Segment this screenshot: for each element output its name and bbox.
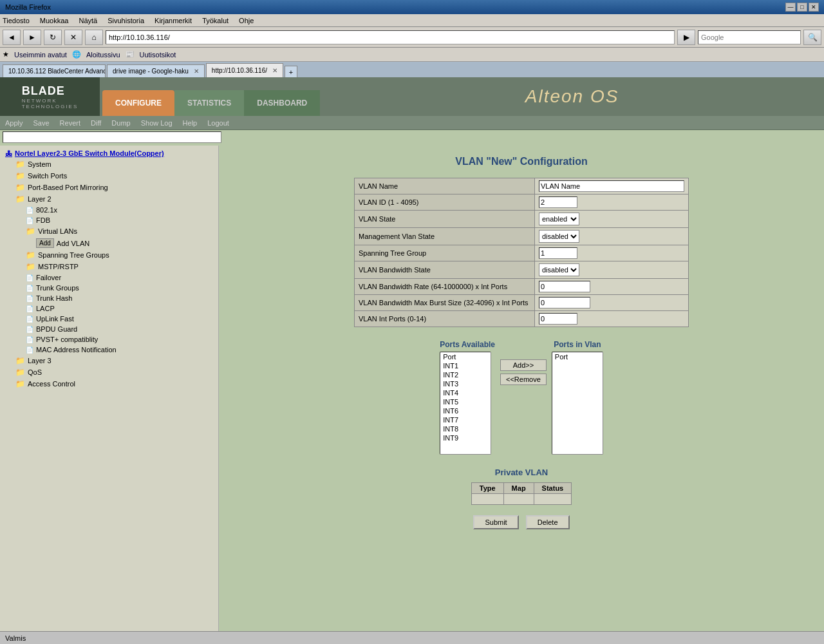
list-item[interactable]: INT4 <box>440 388 491 397</box>
page-title: VLAN "New" Configuration <box>229 156 814 167</box>
sidebar-item-qos[interactable]: QoS <box>0 366 218 378</box>
vlanstate-select[interactable]: enabled disabled <box>539 213 579 225</box>
list-item[interactable]: INT6 <box>440 406 491 415</box>
sidebar-item-lacp[interactable]: LACP <box>0 303 218 314</box>
sidebar-item-bpdu[interactable]: BPDU Guard <box>0 324 218 334</box>
field-label-bandwidth-state: VLAN Bandwidth State <box>355 261 535 279</box>
sidebar-root[interactable]: 🖧 Nortel Layer2-3 GbE Switch Module(Copp… <box>0 148 218 158</box>
sidebar-item-trunk-hash[interactable]: Trunk Hash <box>0 293 218 303</box>
go-button[interactable]: ▶ <box>677 30 695 45</box>
forward-button[interactable]: ► <box>23 30 41 45</box>
menu-muokkaa[interactable]: Muokkaa <box>40 17 69 24</box>
sidebar-item-trunk-groups[interactable]: Trunk Groups <box>0 283 218 293</box>
tab-3-close[interactable]: ✕ <box>272 67 277 74</box>
tab-3[interactable]: http://10.10.36.116/ ✕ <box>206 63 283 77</box>
nav-tab-configure[interactable]: CONFIGURE <box>102 90 174 116</box>
vlanname-input[interactable] <box>539 180 684 192</box>
sidebar-label-8021x: 802.1x <box>36 206 57 214</box>
menu-tyokalut[interactable]: Työkalut <box>202 17 229 24</box>
bandwidth-state-select[interactable]: enabled disabled <box>539 263 579 276</box>
sidebar-item-failover[interactable]: Failover <box>0 272 218 283</box>
nav-tab-dashboard[interactable]: DASHBOARD <box>244 90 320 116</box>
sidebar-item-uplinkfast[interactable]: UpLink Fast <box>0 314 218 324</box>
burst-size-input[interactable] <box>539 297 590 308</box>
list-item[interactable]: Port <box>440 352 491 361</box>
bookmark-useimmin[interactable]: Useimmin avatut <box>14 51 67 59</box>
sidebar-item-spanning-tree[interactable]: Spanning Tree Groups <box>0 249 218 261</box>
sidebar-item-system[interactable]: System <box>0 158 218 170</box>
sidebar-item-mstp[interactable]: MSTP/RSTP <box>0 261 218 272</box>
new-tab-button[interactable]: + <box>285 66 297 77</box>
search-bar[interactable] <box>698 30 801 44</box>
sidebar-item-8021x[interactable]: 802.1x <box>0 205 218 215</box>
sidebar-item-layer3[interactable]: Layer 3 <box>0 355 218 366</box>
list-item[interactable]: INT3 <box>440 379 491 388</box>
bandwidth-rate-input[interactable] <box>539 281 590 292</box>
bookmark-uutisotsikot[interactable]: Uutisotsikot <box>140 51 176 59</box>
subnav-apply[interactable]: Apply <box>5 119 23 127</box>
ports-in-vlan-list[interactable]: Port <box>552 352 603 455</box>
list-item[interactable]: INT9 <box>440 433 491 442</box>
add-vlan-btn[interactable]: Add <box>36 238 54 248</box>
subnav-help[interactable]: Help <box>183 119 198 127</box>
back-button[interactable]: ◄ <box>3 30 21 45</box>
menu-sivuhistoria[interactable]: Sivuhistoria <box>108 17 144 24</box>
add-ports-button[interactable]: Add>> <box>500 359 547 371</box>
list-item[interactable]: Port <box>552 352 603 361</box>
doc-icon-fdb <box>26 216 33 224</box>
sidebar-item-vlans[interactable]: Virtual LANs <box>0 225 218 237</box>
list-item[interactable]: INT1 <box>440 361 491 370</box>
sidebar-item-portmirroring[interactable]: Port-Based Port Mirroring <box>0 182 218 193</box>
sidebar-item-pvst[interactable]: PVST+ compatiblity <box>0 334 218 345</box>
menu-nayta[interactable]: Näytä <box>79 17 97 24</box>
sidebar-item-layer2[interactable]: Layer 2 <box>0 193 218 205</box>
logo: BLADE NETWORKTECHNOLOGIES <box>22 84 79 109</box>
tab-2[interactable]: drive image - Google-haku ✕ <box>107 64 205 77</box>
ports-available-list[interactable]: Port INT1 INT2 INT3 INT4 INT5 INT6 INT7 … <box>440 352 491 455</box>
remove-ports-button[interactable]: <<Remove <box>500 374 547 385</box>
subnav-showlog[interactable]: Show Log <box>141 119 173 127</box>
menu-ohje[interactable]: Ohje <box>239 17 254 24</box>
close-browser-btn[interactable]: ✕ <box>809 3 819 12</box>
refresh-button[interactable]: ↻ <box>44 30 62 45</box>
submit-button[interactable]: Submit <box>473 515 518 529</box>
address-bar[interactable] <box>106 30 675 44</box>
browser-toolbar: ◄ ► ↻ ✕ ⌂ ▶ 🔍 <box>0 27 824 48</box>
minimize-btn[interactable]: — <box>785 3 796 12</box>
subnav-diff[interactable]: Diff <box>91 119 101 127</box>
list-item[interactable]: INT5 <box>440 397 491 406</box>
sidebar-item-mac-notification[interactable]: MAC Address Notification <box>0 345 218 355</box>
sidebar-item-switchports[interactable]: Switch Ports <box>0 170 218 182</box>
sidebar-item-addvlan[interactable]: Add Add VLAN <box>0 237 218 249</box>
main-search-input[interactable] <box>3 131 221 143</box>
subnav-logout[interactable]: Logout <box>207 119 229 127</box>
folder-icon-system <box>15 160 25 169</box>
tab-1[interactable]: 10.10.36.112 BladeCenter Advanced ... ✕ <box>3 64 106 77</box>
field-label-burst-size: VLAN Bandwidth Max Burst Size (32-4096) … <box>355 295 535 311</box>
subnav-revert[interactable]: Revert <box>60 119 80 127</box>
tab-2-close[interactable]: ✕ <box>194 68 199 75</box>
list-item[interactable]: INT8 <box>440 424 491 433</box>
nav-tab-statistics[interactable]: STATISTICS <box>174 90 244 116</box>
mgmtvlan-select[interactable]: enabled disabled <box>539 230 579 243</box>
search-go-button[interactable]: 🔍 <box>803 30 821 45</box>
subnav-save[interactable]: Save <box>33 119 50 127</box>
list-item[interactable]: INT7 <box>440 415 491 424</box>
maximize-btn[interactable]: □ <box>797 3 807 12</box>
bookmark-aloitussivu[interactable]: Aloitussivu <box>86 51 120 59</box>
sidebar-label-spanning: Spanning Tree Groups <box>38 251 109 259</box>
sidebar-item-access-control[interactable]: Access Control <box>0 378 218 390</box>
menu-kirjanmerkit[interactable]: Kirjanmerkit <box>154 17 192 24</box>
list-item[interactable]: INT2 <box>440 370 491 379</box>
field-label-mgmtvlan: Management Vlan State <box>355 228 535 245</box>
sidebar-label-addvlan: Add VLAN <box>57 240 89 247</box>
subnav-dump[interactable]: Dump <box>111 119 130 127</box>
delete-button[interactable]: Delete <box>526 515 570 529</box>
home-button[interactable]: ⌂ <box>85 30 103 45</box>
sidebar-item-fdb[interactable]: FDB <box>0 215 218 225</box>
vlanid-input[interactable] <box>539 196 577 208</box>
spanning-input[interactable] <box>539 247 577 259</box>
stop-button[interactable]: ✕ <box>64 30 82 45</box>
int-ports-input[interactable] <box>539 313 577 325</box>
menu-tiedosto[interactable]: Tiedosto <box>3 17 30 24</box>
